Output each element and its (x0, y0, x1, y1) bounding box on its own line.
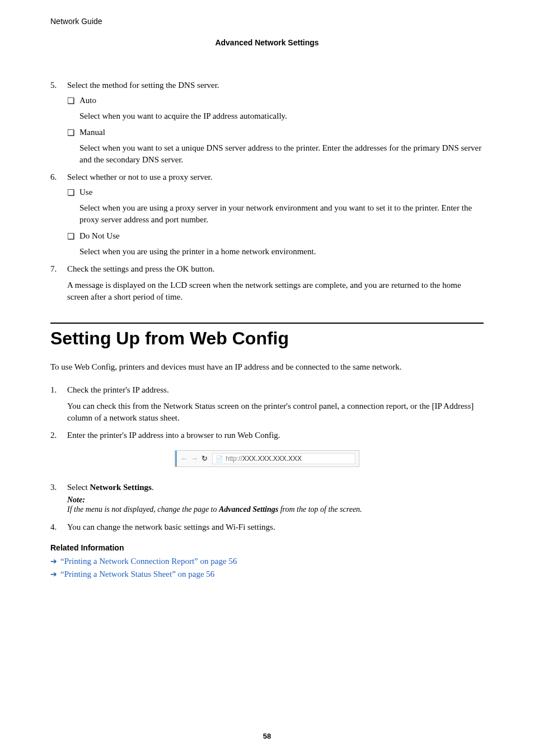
step-text: You can change the network basic setting… (67, 522, 484, 532)
step-paragraph: You can check this from the Network Stat… (67, 400, 484, 424)
bullet-icon: ❏ (67, 128, 79, 138)
step-content: Select Network Settings. Note: If the me… (67, 483, 484, 515)
section-title: Setting Up from Web Config (50, 328, 484, 349)
bullet-icon: ❏ (67, 188, 79, 198)
step-row: 2. Enter the printer's IP address into a… (50, 431, 484, 440)
bullet-label: Use (79, 188, 484, 198)
step-content: Enter the printer's IP address into a br… (67, 431, 484, 440)
bullet-description: Select when you are using a proxy server… (79, 202, 484, 226)
step-content: Check the printer's IP address. You can … (67, 385, 484, 424)
step-text: Select the method for setting the DNS se… (67, 81, 484, 90)
related-link-row: ➔ “Printing a Network Status Sheet” on p… (50, 570, 484, 579)
step-number: 6. (50, 172, 67, 258)
text-suffix: . (152, 483, 154, 492)
related-link-row: ➔ “Printing a Network Connection Report”… (50, 557, 484, 566)
related-link[interactable]: “Printing a Network Status Sheet” on pag… (60, 570, 214, 579)
step-row: 5. Select the method for setting the DNS… (50, 81, 484, 166)
bullet-row: ❏ Auto (67, 96, 484, 106)
step-number: 4. (50, 522, 67, 532)
bullet-icon: ❏ (67, 231, 79, 241)
browser-toolbar: ← → ↻ 📄 http://XXX.XXX.XXX.XXX (175, 451, 359, 466)
page-number: 58 (0, 732, 534, 740)
bullet-description: Select when you want to acquire the IP a… (79, 110, 484, 122)
page-icon: 📄 (216, 455, 223, 463)
reload-icon: ↻ (202, 454, 208, 463)
step-number: 7. (50, 264, 67, 303)
step-text: Select whether or not to use a proxy ser… (67, 172, 484, 182)
step-text: Check the settings and press the OK butt… (67, 264, 484, 274)
step-row: 1. Check the printer's IP address. You c… (50, 385, 484, 424)
browser-address-bar-image: ← → ↻ 📄 http://XXX.XXX.XXX.XXX (175, 450, 359, 467)
url-value: XXX.XXX.XXX.XXX (242, 455, 302, 463)
bullet-description: Select when you are using the printer in… (79, 246, 484, 258)
url-prefix: http:// (226, 455, 242, 463)
section-divider (50, 323, 484, 324)
step-text: Select Network Settings. (67, 483, 484, 492)
note-prefix: If the menu is not displayed, change the… (67, 505, 219, 514)
note-bold: Advanced Settings (219, 505, 278, 514)
step-row: 7. Check the settings and press the OK b… (50, 264, 484, 303)
bullet-label: Do Not Use (79, 231, 484, 241)
step-content: Select the method for setting the DNS se… (67, 81, 484, 166)
note-suffix: from the top of the screen. (278, 505, 362, 514)
note-text: If the menu is not displayed, change the… (67, 505, 484, 515)
text-prefix: Select (67, 483, 90, 492)
step-number: 3. (50, 483, 67, 515)
bullet-label: Auto (79, 96, 484, 106)
step-content: Check the settings and press the OK butt… (67, 264, 484, 303)
step-text: Check the printer's IP address. (67, 385, 484, 395)
bullet-icon: ❏ (67, 96, 79, 106)
bullet-description: Select when you want to set a unique DNS… (79, 142, 484, 166)
step-number: 5. (50, 81, 67, 166)
related-link[interactable]: “Printing a Network Connection Report” o… (60, 557, 237, 566)
step-number: 1. (50, 385, 67, 424)
step-row: 6. Select whether or not to use a proxy … (50, 172, 484, 258)
section-header-title: Advanced Network Settings (50, 38, 484, 47)
related-info-heading: Related Information (50, 543, 484, 552)
back-arrow-icon: ← (180, 454, 188, 463)
step-number: 2. (50, 431, 67, 440)
url-field: 📄 http://XXX.XXX.XXX.XXX (212, 453, 355, 464)
bullet-row: ❏ Manual (67, 128, 484, 138)
text-bold: Network Settings (90, 483, 151, 492)
doc-header-title: Network Guide (50, 17, 484, 26)
note-label: Note: (67, 496, 484, 505)
section-intro: To use Web Config, printers and devices … (50, 361, 484, 373)
bullet-row: ❏ Use (67, 188, 484, 198)
step-paragraph: A message is displayed on the LCD screen… (67, 279, 484, 303)
bullet-row: ❏ Do Not Use (67, 231, 484, 241)
arrow-right-icon: ➔ (50, 570, 60, 579)
step-row: 4. You can change the network basic sett… (50, 522, 484, 532)
step-content: You can change the network basic setting… (67, 522, 484, 532)
step-text: Enter the printer's IP address into a br… (67, 431, 484, 440)
bullet-label: Manual (79, 128, 484, 138)
step-row: 3. Select Network Settings. Note: If the… (50, 483, 484, 515)
step-content: Select whether or not to use a proxy ser… (67, 172, 484, 258)
forward-arrow-icon: → (191, 454, 198, 463)
arrow-right-icon: ➔ (50, 557, 60, 566)
